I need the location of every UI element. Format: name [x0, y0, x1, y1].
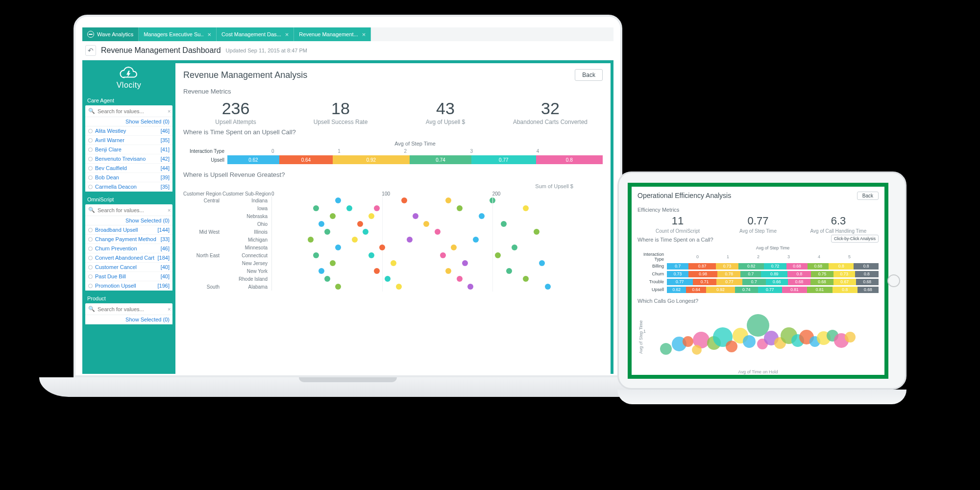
list-item[interactable]: Benji Clare[41]	[85, 145, 172, 154]
bar-segment: 0.92	[333, 155, 410, 164]
brand-text: Vlocity	[117, 81, 142, 90]
dashboard-shell: Vlocity Care Agent 🔍 × Show Selected (0)…	[82, 60, 613, 374]
cloud-icon	[119, 67, 139, 80]
laptop-frame: Wave Analytics Managers Executive Su.. ×…	[74, 15, 622, 397]
search-icon: 🔍	[88, 108, 95, 114]
wave-icon	[87, 31, 94, 38]
data-point	[445, 268, 451, 274]
click-analysis-button[interactable]: Click-by-Click Analysis	[831, 235, 879, 243]
facet-care-agent: Care Agent 🔍 × Show Selected (0) Alita W…	[85, 97, 172, 192]
scatter-row: CentralIndiana	[183, 196, 603, 204]
search-input[interactable]	[98, 108, 165, 114]
data-point	[313, 205, 319, 211]
tab-managers-exec[interactable]: Managers Executive Su.. ×	[139, 27, 217, 41]
data-point	[368, 252, 374, 258]
clear-icon[interactable]: ×	[168, 306, 171, 312]
data-point	[407, 237, 413, 243]
list-item[interactable]: Convert Abandoned Cart[184]	[85, 253, 172, 263]
laptop-screen: Wave Analytics Managers Executive Su.. ×…	[74, 15, 622, 377]
data-point	[451, 245, 457, 250]
metric: 32Abandoned Carts Converted	[498, 100, 603, 125]
x-axis-label: Avg of Time on Hold	[648, 369, 868, 374]
list-item[interactable]: Alita Westley[46]	[85, 126, 172, 136]
tab-label: Cost Management Das...	[221, 31, 281, 37]
data-point	[539, 260, 545, 266]
bubble-point	[845, 332, 856, 343]
facet-omniscript: OmniScript 🔍 × Show Selected (0) Broadba…	[85, 196, 172, 291]
col-region: Customer Region	[183, 191, 222, 196]
data-point	[308, 237, 314, 243]
list-item[interactable]: Avril Warner[35]	[85, 136, 172, 145]
search-icon: 🔍	[88, 306, 95, 312]
data-point	[534, 229, 539, 235]
data-point	[490, 197, 495, 203]
data-point	[473, 237, 479, 243]
data-point	[435, 229, 441, 235]
back-button[interactable]: Back	[575, 69, 603, 81]
list-item[interactable]: Customer Cancel[40]	[85, 263, 172, 272]
list-item[interactable]: Churn Prevention[46]	[85, 244, 172, 253]
facet-title: OmniScript	[85, 196, 172, 204]
scatter-row: Ohio	[183, 220, 603, 228]
show-selected-link[interactable]: Show Selected (0)	[85, 216, 172, 225]
search-input[interactable]	[98, 306, 165, 312]
tab-wave-home[interactable]: Wave Analytics	[82, 27, 139, 41]
close-icon[interactable]: ×	[285, 31, 289, 38]
data-point	[318, 268, 324, 274]
step-row: Churn0.730.980.780.70.890.80.750.730.8	[637, 271, 879, 277]
data-point	[318, 221, 324, 227]
search-input[interactable]	[98, 207, 165, 213]
data-point	[396, 284, 402, 290]
updated-stamp: Updated Sep 11, 2015 at 8:47 PM	[226, 48, 307, 53]
facet-search: 🔍 ×	[85, 204, 172, 216]
scatter-row: New York	[183, 267, 603, 275]
tablet-shadow	[617, 390, 906, 404]
section-bubbles: Which Calls Go Longest?	[637, 298, 879, 304]
list-item[interactable]: Change Payment Method[33]	[85, 235, 172, 244]
close-icon[interactable]: ×	[362, 31, 366, 38]
data-point	[479, 213, 485, 219]
data-point	[330, 213, 336, 219]
tablet-home-button[interactable]	[887, 274, 900, 287]
facet-title: Product	[85, 294, 172, 303]
undo-button[interactable]: ↶	[85, 45, 96, 56]
metric: 11Count of OmniScript	[637, 216, 718, 234]
tab-cost-mgmt[interactable]: Cost Management Das... ×	[217, 27, 294, 41]
scatter-row: Rhode Island	[183, 275, 603, 283]
list-item[interactable]: Bob Dean[39]	[85, 173, 172, 182]
step-row: Billing0.70.870.730.820.720.680.680.80.8	[637, 263, 879, 270]
list-item[interactable]: Past Due Bill[40]	[85, 272, 172, 281]
row-header: Interaction Type	[637, 252, 667, 262]
show-selected-link[interactable]: Show Selected (0)	[85, 117, 172, 126]
vlocity-logo: Vlocity	[82, 60, 175, 96]
data-point	[385, 276, 391, 282]
close-icon[interactable]: ×	[207, 31, 211, 38]
metric: 43Avg of Upsell $	[393, 100, 498, 125]
clear-icon[interactable]: ×	[168, 207, 171, 213]
analysis-title: Operational Efficiency Analysis	[637, 192, 731, 199]
y-axis-label: Avg of Step Time	[638, 308, 643, 367]
bar-segment: 0.77	[471, 155, 536, 164]
back-button[interactable]: Back	[857, 192, 879, 200]
data-point	[512, 245, 517, 250]
list-item[interactable]: Benvenuto Trevisano[42]	[85, 154, 172, 164]
sidebar: Vlocity Care Agent 🔍 × Show Selected (0)…	[82, 60, 175, 374]
section-efficiency-metrics: Efficiency Metrics	[637, 207, 879, 213]
data-point	[523, 276, 529, 282]
data-point	[335, 197, 341, 203]
list-item[interactable]: Broadband Upsell[144]	[85, 225, 172, 235]
clear-icon[interactable]: ×	[168, 108, 171, 114]
scatter-chart: Customer Region Customer Sub-Region 0100…	[183, 191, 603, 291]
data-point	[501, 221, 507, 227]
list-item[interactable]: Promotion Upsell[196]	[85, 281, 172, 291]
tab-revenue-mgmt[interactable]: Revenue Management... ×	[294, 27, 371, 41]
data-point	[440, 252, 446, 258]
bar-segment: 0.62	[227, 155, 279, 164]
data-point	[401, 197, 407, 203]
axis-label: Avg of Step Time	[667, 245, 879, 250]
show-selected-link[interactable]: Show Selected (0)	[85, 315, 172, 324]
list-item[interactable]: Bev Caulfield[44]	[85, 164, 172, 173]
step-time-chart: Interaction Type 01234 Upsell 0.620.640.…	[183, 148, 603, 164]
metric: 0.77Avg of Step Time	[718, 216, 798, 234]
list-item[interactable]: Carmella Deacon[35]	[85, 182, 172, 192]
